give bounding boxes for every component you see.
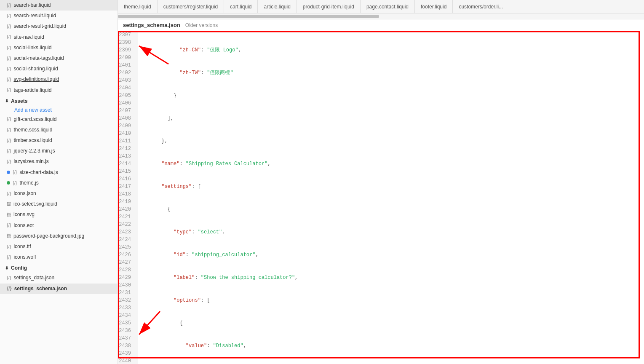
tab-article-liquid[interactable]: article.liquid: [258, 0, 297, 13]
liquid-file-icon: {/}: [7, 115, 11, 123]
line-num-2440: 2440: [118, 357, 134, 364]
line-num-2421: 2421: [118, 213, 134, 221]
line-num-2408: 2408: [118, 115, 134, 122]
sidebar-item-size-chart[interactable]: {/} size-chart-data.js: [0, 167, 118, 178]
line-num-2425: 2425: [118, 244, 134, 251]
code-line-2398: "zh-TW": "僅限商標": [143, 69, 644, 77]
sidebar-item-gift-card[interactable]: {/} gift-card.scss.liquid: [0, 114, 118, 125]
line-num-2409: 2409: [118, 122, 134, 130]
sidebar-item-label: password-page-background.jpg: [13, 232, 84, 240]
sidebar-item-label: site-nav.liquid: [13, 33, 44, 41]
liquid-file-icon: {/}: [7, 274, 11, 282]
sidebar-item-label: timber.scss.liquid: [13, 136, 52, 145]
sidebar-item-theme-js[interactable]: {/} theme.js: [0, 178, 118, 188]
sidebar-item-label: theme.js: [19, 179, 38, 187]
sidebar-item-label: svg-definitions.liquid: [13, 75, 59, 83]
code-text: "zh-CN": "仅限_Logo", "zh-TW": "僅限商標" } ],…: [138, 31, 644, 364]
liquid-file-icon: {/}: [7, 190, 11, 198]
line-num-2414: 2414: [118, 160, 134, 168]
sidebar-item-label: icons.woff: [13, 253, 36, 261]
liquid-file-icon: {/}: [7, 158, 11, 166]
sidebar-item-label: settings_schema.json: [14, 285, 67, 293]
line-num-2399: 2399: [118, 46, 134, 54]
liquid-file-icon: {/}: [7, 243, 11, 251]
code-line-2405: "type": "select",: [143, 228, 644, 236]
sidebar-item-password-bg[interactable]: 🖼 password-page-background.jpg: [0, 231, 118, 241]
sidebar: {/} search-bar.liquid {/} search-result.…: [0, 0, 118, 364]
add-asset-link[interactable]: Add a new asset: [0, 106, 118, 114]
line-num-2422: 2422: [118, 221, 134, 228]
sidebar-item-label: lazysizes.min.js: [13, 158, 48, 166]
assets-section-label: Assets: [11, 98, 27, 104]
sidebar-item-label: settings_data.json: [13, 274, 54, 282]
sidebar-item-lazysizes[interactable]: {/} lazysizes.min.js: [0, 156, 118, 167]
liquid-file-icon: {/}: [7, 2, 11, 9]
sidebar-item-social-links[interactable]: {/} social-links.liquid: [0, 43, 118, 53]
sidebar-item-timber-scss[interactable]: {/} timber.scss.liquid: [0, 135, 118, 146]
sidebar-item-label: icons.ttf: [13, 243, 31, 251]
tab-page-contact[interactable]: page.contact.liquid: [361, 0, 415, 13]
assets-section-header[interactable]: ⬇ Assets: [0, 96, 118, 106]
sidebar-item-icons-woff[interactable]: {/} icons.woff: [0, 252, 118, 262]
sidebar-item-label: icons.json: [13, 190, 36, 198]
tab-product-grid-item[interactable]: product-grid-item.liquid: [297, 0, 361, 13]
modified-dot-icon: [7, 181, 10, 185]
line-num-2403: 2403: [118, 77, 134, 84]
sidebar-item-theme-scss[interactable]: {/} theme.scss.liquid: [0, 125, 118, 135]
sidebar-item-icons-eot[interactable]: {/} icons.eot: [0, 220, 118, 231]
line-num-2401: 2401: [118, 62, 134, 69]
sidebar-item-search-bar[interactable]: {/} search-bar.liquid: [0, 0, 118, 11]
tab-cart-liquid[interactable]: cart.liquid: [224, 0, 258, 13]
tab-theme-liquid[interactable]: theme.liquid: [118, 0, 158, 13]
line-num-2434: 2434: [118, 312, 134, 319]
code-line-2402: "name": "Shipping Rates Calculator",: [143, 160, 644, 168]
liquid-file-icon: {/}: [7, 126, 11, 134]
sidebar-item-icons-svg[interactable]: 🖼 icons.svg: [0, 209, 118, 220]
line-num-2423: 2423: [118, 228, 134, 236]
liquid-file-icon: {/}: [7, 285, 12, 292]
code-line-2404: {: [143, 206, 644, 213]
code-line-2397: "zh-CN": "仅限_Logo",: [143, 46, 644, 54]
code-line-2403: "settings": [: [143, 183, 644, 190]
config-files-list: {/} settings_data.json {/} settings_sche…: [0, 273, 118, 294]
image-file-icon: 🖼: [7, 201, 11, 208]
sidebar-item-svg-definitions[interactable]: {/} svg-definitions.liquid: [0, 74, 118, 85]
line-num-2433: 2433: [118, 304, 134, 312]
tab-customers-order[interactable]: customers/order.li...: [453, 0, 509, 13]
sidebar-item-icons-json[interactable]: {/} icons.json: [0, 188, 118, 199]
line-num-2430: 2430: [118, 281, 134, 289]
sidebar-item-search-result-grid[interactable]: {/} search-result-grid.liquid: [0, 21, 118, 32]
line-num-2402: 2402: [118, 69, 134, 77]
sidebar-item-site-nav[interactable]: {/} site-nav.liquid: [0, 32, 118, 43]
liquid-file-icon: {/}: [7, 33, 11, 41]
sidebar-item-search-result[interactable]: {/} search-result.liquid: [0, 11, 118, 21]
liquid-file-icon: {/}: [7, 12, 11, 20]
sidebar-item-settings-schema[interactable]: {/} settings_schema.json: [0, 284, 118, 294]
scrollbar-thumb[interactable]: [118, 15, 379, 18]
sidebar-item-label: size-chart-data.js: [19, 169, 58, 177]
sidebar-item-icons-ttf[interactable]: {/} icons.ttf: [0, 241, 118, 252]
sidebar-item-jquery[interactable]: {/} jquery-2.2.3.min.js: [0, 146, 118, 156]
line-num-2417: 2417: [118, 183, 134, 190]
code-line-2409: {: [143, 319, 644, 327]
older-versions-link[interactable]: Older versions: [185, 22, 218, 28]
sidebar-item-ico-select[interactable]: 🖼 ico-select.svg.liquid: [0, 199, 118, 209]
image-file-icon: 🖼: [7, 233, 11, 239]
liquid-file-icon: {/}: [7, 86, 11, 94]
code-editor[interactable]: 2397 2398 2399 2400 2401 2402 2403 2404 …: [118, 31, 644, 364]
horizontal-scrollbar[interactable]: [118, 13, 644, 19]
line-num-2407: 2407: [118, 107, 134, 115]
sidebar-item-label: search-result.liquid: [13, 12, 56, 20]
editor-header: settings_schema.json Older versions: [118, 19, 644, 31]
line-num-2404: 2404: [118, 84, 134, 92]
code-line-2407: "label": "Show the shipping calculator?"…: [143, 274, 644, 281]
tab-footer-liquid[interactable]: footer.liquid: [415, 0, 453, 13]
tab-customers-register[interactable]: customers/register.liquid: [158, 0, 224, 13]
config-section-header[interactable]: ⬇ Config: [0, 262, 118, 273]
sidebar-item-social-meta-tags[interactable]: {/} social-meta-tags.liquid: [0, 53, 118, 64]
sidebar-item-tags-article[interactable]: {/} tags-article.liquid: [0, 85, 118, 96]
sidebar-item-label: social-sharing.liquid: [13, 65, 58, 73]
sidebar-item-social-sharing[interactable]: {/} social-sharing.liquid: [0, 64, 118, 74]
line-num-2429: 2429: [118, 274, 134, 281]
sidebar-item-settings-data[interactable]: {/} settings_data.json: [0, 273, 118, 283]
